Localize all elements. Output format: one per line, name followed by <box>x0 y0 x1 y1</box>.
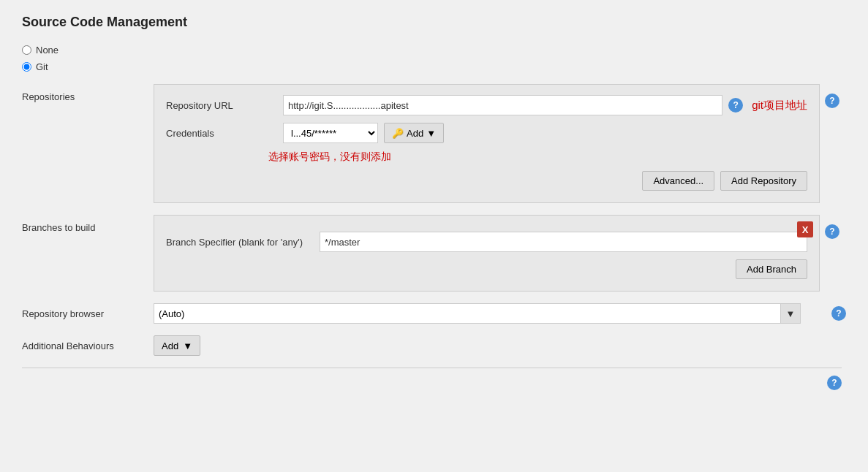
additional-add-arrow: ▼ <box>183 340 192 351</box>
repo-browser-label: Repository browser <box>22 308 154 319</box>
repositories-label: Repositories <box>22 84 154 102</box>
git-annotation: git项目地址 <box>752 99 807 113</box>
repo-browser-select-wrap: (Auto) ▼ <box>154 303 801 324</box>
branches-content: ? X Branch Specifier (blank for 'any') A… <box>154 215 820 292</box>
repo-url-help-icon[interactable]: ? <box>728 98 743 113</box>
add-credentials-label: Add <box>407 128 423 139</box>
branch-specifier-row: Branch Specifier (blank for 'any') <box>166 232 807 252</box>
credentials-row: Credentials l...45/****** 🔑 Add ▼ <box>166 123 807 143</box>
none-radio[interactable] <box>22 45 31 55</box>
bottom-help-icon[interactable]: ? <box>827 376 842 390</box>
credentials-annotation: 选择账号密码，没有则添加 <box>268 151 807 164</box>
delete-branch-button[interactable]: X <box>797 221 813 237</box>
repositories-content: ? Repository URL ? git项目地址 Credentials <box>154 84 820 203</box>
credentials-select[interactable]: l...45/****** <box>283 123 378 143</box>
bottom-row: ? <box>22 368 842 390</box>
branches-form-row: Branches to build ? X Branch Specifier (… <box>22 215 846 292</box>
repo-browser-section: Repository browser (Auto) ▼ ? <box>22 303 846 324</box>
git-radio[interactable] <box>22 62 31 72</box>
page-title: Source Code Management <box>22 15 846 30</box>
additional-add-label: Add <box>162 340 178 351</box>
repositories-buttons: Advanced... Add Repository <box>166 171 807 191</box>
page-container: Source Code Management None Git Reposito… <box>0 0 868 405</box>
git-radio-label: Git <box>36 61 48 72</box>
repo-url-label: Repository URL <box>166 100 283 111</box>
advanced-button[interactable]: Advanced... <box>642 171 714 191</box>
repo-browser-select[interactable]: (Auto) <box>154 303 801 324</box>
additional-behaviours-section: Additional Behaviours Add ▼ <box>22 335 846 356</box>
repo-browser-help-icon[interactable]: ? <box>831 306 846 321</box>
branches-buttons: Add Branch <box>166 259 807 279</box>
additional-behaviours-label: Additional Behaviours <box>22 340 154 351</box>
repositories-section: Repositories ? Repository URL ? git项目地址 <box>22 84 846 203</box>
none-radio-group: None <box>22 45 846 56</box>
git-radio-group: Git <box>22 61 846 72</box>
add-credentials-button[interactable]: 🔑 Add ▼ <box>384 123 444 143</box>
credentials-controls: l...45/****** 🔑 Add ▼ <box>283 123 444 143</box>
repo-url-input[interactable] <box>283 95 722 115</box>
add-repository-button[interactable]: Add Repository <box>720 171 807 191</box>
repositories-form-row: Repositories ? Repository URL ? git项目地址 <box>22 84 846 203</box>
add-credentials-arrow: ▼ <box>426 128 436 139</box>
repositories-help-icon[interactable]: ? <box>825 94 839 108</box>
branches-section: Branches to build ? X Branch Specifier (… <box>22 215 846 292</box>
branch-specifier-input[interactable] <box>320 232 807 252</box>
repo-url-row: Repository URL ? git项目地址 <box>166 95 807 115</box>
credentials-label: Credentials <box>166 128 283 139</box>
none-radio-label: None <box>36 45 59 56</box>
branches-label: Branches to build <box>22 215 154 233</box>
branch-specifier-label: Branch Specifier (blank for 'any') <box>166 237 320 248</box>
add-branch-button[interactable]: Add Branch <box>736 259 807 279</box>
key-icon: 🔑 <box>392 128 404 139</box>
additional-add-button[interactable]: Add ▼ <box>154 335 200 356</box>
branches-help-icon[interactable]: ? <box>825 224 839 239</box>
additional-behaviours-content: Add ▼ <box>154 335 200 356</box>
